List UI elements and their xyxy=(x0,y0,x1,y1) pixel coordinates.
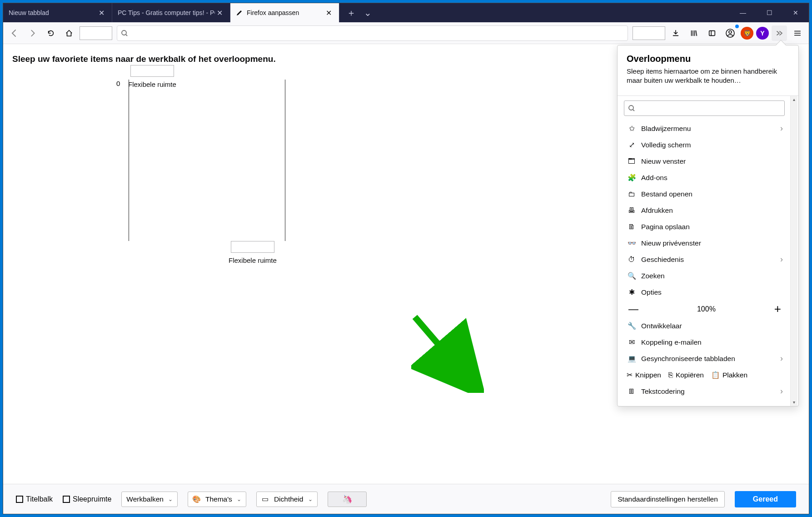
themes-select[interactable]: 🎨 Thema's ⌄ xyxy=(188,492,246,507)
svg-point-4 xyxy=(629,105,633,110)
item-open-file[interactable]: 🗀Bestand openen xyxy=(624,186,786,202)
item-synced-tabs[interactable]: 💻Gesynchroniseerde tabbladen› xyxy=(624,351,786,367)
item-search[interactable]: 🔍Zoeken xyxy=(624,268,786,284)
whimsy-button[interactable]: 🦄 xyxy=(328,492,367,507)
item-email-link[interactable]: ✉Koppeling e-mailen xyxy=(624,334,786,351)
item-save-page[interactable]: 🗎Pagina opslaan xyxy=(624,219,786,235)
save-page-icon: 🗎 xyxy=(627,223,637,231)
home-button[interactable] xyxy=(61,25,77,41)
chevron-right-icon: › xyxy=(780,354,783,363)
window-maximize[interactable]: ☐ xyxy=(756,3,782,22)
customize-main: Sleep uw favoriete items naar de werkbal… xyxy=(3,44,809,484)
item-label: Koppeling e-mailen xyxy=(641,338,702,346)
item-developer[interactable]: 🔧Ontwikkelaar xyxy=(624,318,786,334)
item-label: Add-ons xyxy=(641,174,668,182)
open-file-icon: 🗀 xyxy=(627,190,637,198)
tabs-dropdown-icon[interactable]: ⌄ xyxy=(359,3,376,22)
hamburger-menu[interactable] xyxy=(790,25,805,41)
item-label: Knippen xyxy=(635,371,661,379)
window-new-icon: 🗔 xyxy=(627,157,637,166)
close-icon[interactable]: ✕ xyxy=(324,9,334,17)
tab-customize[interactable]: Firefox aanpassen ✕ xyxy=(230,3,339,22)
svg-point-0 xyxy=(122,30,126,35)
item-label: Nieuw privévenster xyxy=(641,239,701,247)
window-close[interactable]: ✕ xyxy=(782,3,809,22)
paste-icon: 📋 xyxy=(711,371,720,379)
item-label: Nieuw venster xyxy=(641,157,686,166)
toolbars-select[interactable]: Werkbalken ⌄ xyxy=(121,492,178,507)
item-label: Opties xyxy=(641,288,662,296)
zoom-in-button[interactable]: + xyxy=(774,302,781,316)
tab-pctips[interactable]: PC Tips - Gratis computer tips! - PC ✕ xyxy=(112,3,230,22)
browser-window: Nieuw tabblad ✕ PC Tips - Gratis compute… xyxy=(3,3,809,514)
flex-space-box xyxy=(130,65,174,77)
scrollbar[interactable]: ▴ ▾ xyxy=(790,96,797,406)
library-button[interactable] xyxy=(686,25,702,41)
item-fullscreen[interactable]: ⤢Volledig scherm xyxy=(624,137,786,153)
copy-button[interactable]: ⎘Kopiëren xyxy=(668,371,704,379)
downloads-button[interactable] xyxy=(668,25,683,41)
forward-button[interactable] xyxy=(25,25,40,41)
density-icon: ▭ xyxy=(261,495,269,503)
private-icon: 👓 xyxy=(627,239,637,247)
density-select[interactable]: ▭ Dichtheid ⌄ xyxy=(256,492,318,507)
item-label: Bladwijzermenu xyxy=(641,125,691,133)
overflow-button[interactable] xyxy=(772,25,787,41)
account-button[interactable] xyxy=(722,25,738,41)
scroll-up-icon[interactable]: ▴ xyxy=(791,96,797,103)
checkbox-label: Sleepruimte xyxy=(73,495,111,503)
search-icon xyxy=(628,105,635,112)
back-button[interactable] xyxy=(7,25,22,41)
divider-line xyxy=(129,80,129,241)
titlebar-checkbox[interactable]: Titelbalk xyxy=(16,495,53,503)
sidebar-button[interactable] xyxy=(704,25,720,41)
new-tab-button[interactable]: ＋ xyxy=(343,3,359,22)
tab-label: Firefox aanpassen xyxy=(247,9,324,16)
item-label: Kopiëren xyxy=(676,371,704,379)
chevron-down-icon: ⌄ xyxy=(308,496,313,502)
item-print[interactable]: 🖶Afdrukken xyxy=(624,202,786,219)
item-label: Pagina opslaan xyxy=(641,223,690,231)
overflow-search[interactable] xyxy=(624,100,785,116)
flex-space-slot-left[interactable] xyxy=(80,26,112,40)
item-bookmarks-menu[interactable]: ✩Bladwijzermenu› xyxy=(624,120,786,137)
item-history[interactable]: ⏱Geschiedenis› xyxy=(624,251,786,268)
item-private-window[interactable]: 👓Nieuw privévenster xyxy=(624,235,786,251)
button-label: Standaardinstellingen herstellen xyxy=(618,495,718,503)
item-label: Ontwikkelaar xyxy=(641,322,682,330)
item-label: Tekstcodering xyxy=(641,387,685,396)
paste-button[interactable]: 📋Plakken xyxy=(711,371,747,379)
item-addons[interactable]: 🧩Add-ons xyxy=(624,170,786,186)
restore-defaults-button[interactable]: Standaardinstellingen herstellen xyxy=(611,491,725,507)
cut-button[interactable]: ✂Knippen xyxy=(627,371,661,379)
zoom-out-button[interactable]: — xyxy=(628,303,638,315)
flex-space-item-2[interactable]: Flexibele ruimte xyxy=(229,241,277,264)
text-encoding-icon: 🗏 xyxy=(627,387,637,396)
close-icon[interactable]: ✕ xyxy=(97,9,106,17)
unicorn-icon: 🦄 xyxy=(342,494,352,504)
close-icon[interactable]: ✕ xyxy=(215,9,224,17)
item-label: Bestand openen xyxy=(641,190,692,198)
scroll-down-icon[interactable]: ▾ xyxy=(791,399,797,406)
item-options[interactable]: ✱Opties xyxy=(624,284,786,301)
tab-strip: Nieuw tabblad ✕ PC Tips - Gratis compute… xyxy=(3,3,809,22)
flex-space-slot-right[interactable] xyxy=(633,26,665,40)
item-new-window[interactable]: 🗔Nieuw venster xyxy=(624,153,786,170)
extension-yahoo-icon[interactable]: Y xyxy=(756,27,769,40)
reload-button[interactable] xyxy=(43,25,59,41)
email-icon: ✉ xyxy=(627,338,637,346)
window-minimize[interactable]: — xyxy=(730,3,756,22)
flex-space-item-1[interactable]: Flexibele ruimte xyxy=(128,65,176,88)
done-button[interactable]: Gereed xyxy=(735,491,796,507)
svg-rect-1 xyxy=(709,30,715,35)
dragspace-checkbox[interactable]: Sleepruimte xyxy=(63,495,111,503)
overflow-panel: Overloopmenu Sleep items hiernaartoe om … xyxy=(617,45,799,407)
url-bar[interactable] xyxy=(117,25,628,41)
fullscreen-icon: ⤢ xyxy=(627,141,637,149)
item-text-encoding[interactable]: 🗏Tekstcodering› xyxy=(624,383,786,400)
customize-footer: Titelbalk Sleepruimte Werkbalken ⌄ 🎨 The… xyxy=(3,484,809,514)
flex-space-label: Flexibele ruimte xyxy=(229,256,277,264)
extension-brave-icon[interactable]: 🦁 xyxy=(741,27,753,40)
overflow-description: Sleep items hiernaartoe om ze binnen han… xyxy=(627,67,789,85)
tab-new[interactable]: Nieuw tabblad ✕ xyxy=(3,3,112,22)
